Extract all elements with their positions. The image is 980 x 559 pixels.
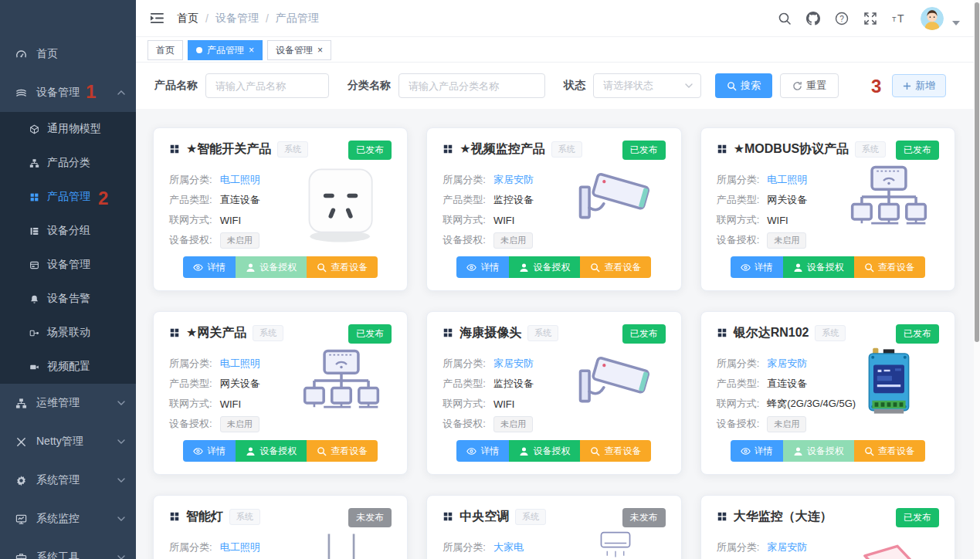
device-auth-button[interactable]: 设备授权 [783, 256, 854, 278]
breadcrumb-item[interactable]: 首页 [177, 12, 198, 25]
category-link[interactable]: 家居安防 [493, 357, 534, 371]
card-fields: 所属分类:家居安防 [717, 537, 839, 559]
sidebar-item-video-config[interactable]: 视频配置 [0, 350, 136, 384]
group-icon [29, 226, 39, 236]
status-badge: 已发布 [896, 141, 939, 160]
card-field: 产品类型:直连设备 [169, 190, 291, 210]
breadcrumb-item[interactable]: 设备管理 [215, 12, 259, 25]
field-label: 联网方式: [169, 213, 212, 227]
search-button[interactable]: 搜索 [715, 73, 772, 98]
sidebar-item-system-management[interactable]: 系统管理 [0, 461, 136, 500]
plus-icon [903, 82, 911, 90]
detail-button[interactable]: 详情 [183, 256, 236, 278]
chevron-down-icon [117, 401, 125, 405]
category-link[interactable]: 电工照明 [220, 173, 260, 187]
tab-home[interactable]: 首页 [148, 40, 183, 60]
github-icon[interactable] [806, 12, 820, 25]
help-icon[interactable]: ? [835, 12, 849, 25]
card-field: 产品类型:网关设备 [717, 190, 839, 210]
card-actions: 详情 设备授权 查看设备 [717, 440, 939, 462]
product-name-input[interactable] [205, 73, 329, 98]
field-label: 设备授权: [717, 417, 760, 431]
sidebar-item-product-management[interactable]: 产品管理 [0, 180, 136, 214]
view-devices-button[interactable]: 查看设备 [307, 440, 378, 462]
tab-label: 产品管理 [207, 44, 244, 57]
sidebar-item-device-management[interactable]: 设备管理 [0, 73, 136, 112]
category-link[interactable]: 电工照明 [220, 357, 260, 371]
search-icon[interactable] [778, 12, 792, 25]
status-select[interactable]: 请选择状态 [593, 73, 701, 98]
grid-icon [29, 192, 39, 202]
close-icon[interactable]: × [317, 46, 323, 55]
category-link[interactable]: 家居安防 [767, 357, 807, 371]
detail-button[interactable]: 详情 [456, 440, 509, 462]
tab-product-management[interactable]: 产品管理× [188, 40, 263, 60]
detail-button[interactable]: 详情 [183, 440, 236, 462]
device-auth-button[interactable]: 设备授权 [236, 440, 307, 462]
fullscreen-icon[interactable] [863, 12, 877, 25]
view-devices-button[interactable]: 查看设备 [307, 256, 378, 278]
detail-button[interactable]: 详情 [731, 440, 783, 462]
grid-icon [443, 511, 453, 522]
sidebar-item-system-monitor[interactable]: 系统监控 [0, 500, 136, 538]
sidebar-item-device-group[interactable]: 设备分组 [0, 214, 136, 248]
view-devices-button[interactable]: 查看设备 [854, 256, 925, 278]
card-field: 设备授权:未启用 [169, 230, 291, 250]
chevron-down-icon [117, 517, 125, 521]
avatar[interactable] [921, 7, 944, 30]
tab-device-management[interactable]: 设备管理× [267, 40, 331, 60]
category-link[interactable]: 电工照明 [767, 173, 807, 187]
device-auth-button[interactable]: 设备授权 [509, 440, 580, 462]
scene-icon [29, 328, 39, 338]
category-link[interactable]: 大家电 [493, 540, 524, 554]
card-actions: 详情 设备授权 查看设备 [717, 256, 939, 278]
sidebar-item-scene-linkage[interactable]: 场景联动 [0, 316, 136, 350]
category-name-input[interactable] [398, 73, 545, 98]
hamburger-icon[interactable] [150, 12, 164, 25]
product-title: 中央空调 [459, 509, 509, 525]
sidebar-item-system-tools[interactable]: 系统工具 [0, 538, 136, 559]
detail-button[interactable]: 详情 [456, 256, 509, 278]
sidebar-item-home[interactable]: 首页 [0, 35, 136, 73]
breadcrumb-item: 产品管理 [276, 12, 319, 25]
sidebar-item-ops-management[interactable]: 运维管理 [0, 384, 136, 422]
add-button[interactable]: 新增 [892, 74, 946, 97]
annotation-2: 2 [98, 189, 108, 208]
device-auth-button[interactable]: 设备授权 [783, 440, 854, 462]
product-title: 银尔达RN102 [734, 325, 809, 341]
view-devices-button[interactable]: 查看设备 [854, 440, 925, 462]
field-label: 联网方式: [717, 213, 760, 227]
gateway-image [291, 347, 392, 432]
reset-button[interactable]: 重置 [780, 73, 839, 98]
status-label: 状态 [564, 79, 585, 93]
sidebar-item-netty-management[interactable]: Netty管理 [0, 422, 136, 461]
sidebar-item-device-list[interactable]: 设备管理 [0, 248, 136, 282]
category-link[interactable]: 家居安防 [493, 173, 534, 187]
sidebar-item-general-model[interactable]: 通用物模型 [0, 112, 136, 146]
product-card: 大华监控（大连） 已发布 所属分类:家居安防 [700, 495, 955, 559]
field-label: 产品类型: [443, 377, 486, 391]
chevron-down-icon[interactable] [952, 21, 960, 25]
field-label: 产品类型: [169, 377, 212, 391]
sidebar-item-product-category[interactable]: 产品分类 [0, 146, 136, 180]
category-link[interactable]: 家居安防 [767, 540, 807, 554]
device-auth-button[interactable]: 设备授权 [509, 256, 580, 278]
svg-text:?: ? [839, 14, 844, 22]
card-fields: 所属分类:家居安防产品类型:监控设备联网方式:WIFI设备授权:未启用 [443, 170, 565, 250]
auth-status-tag: 未启用 [220, 416, 259, 432]
sidebar-item-device-alarm[interactable]: 设备告警 [0, 282, 136, 316]
category-link[interactable]: 电工照明 [220, 540, 260, 554]
device-auth-button[interactable]: 设备授权 [236, 256, 307, 278]
smart-lamp-image [291, 531, 392, 559]
sidebar-item-label: 设备告警 [47, 292, 90, 306]
font-size-icon[interactable]: TT [892, 12, 906, 25]
close-icon[interactable]: × [249, 46, 254, 55]
detail-button[interactable]: 详情 [731, 256, 783, 278]
top-navbar: 首页/设备管理/产品管理 ?TT [136, 0, 974, 37]
card-field: 所属分类:家居安防 [443, 354, 565, 374]
view-devices-button[interactable]: 查看设备 [580, 256, 651, 278]
view-devices-button[interactable]: 查看设备 [580, 440, 651, 462]
scrollbar-thumb[interactable] [975, 2, 979, 342]
field-label: 所属分类: [169, 173, 212, 187]
tool-icon [15, 552, 27, 559]
